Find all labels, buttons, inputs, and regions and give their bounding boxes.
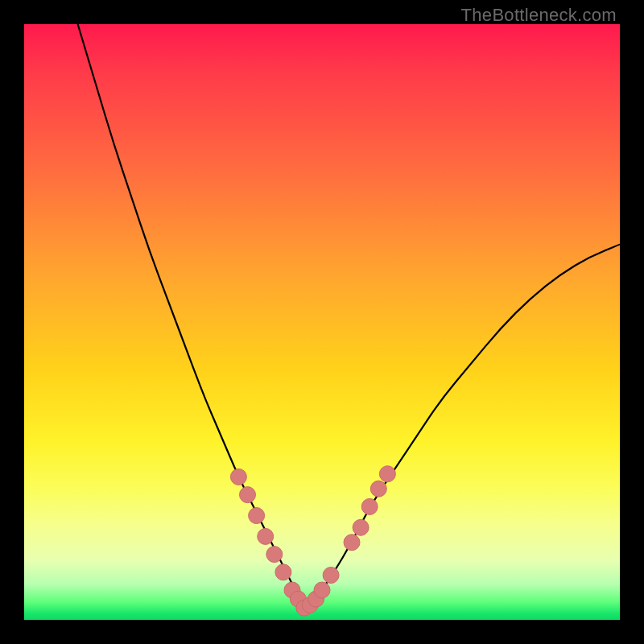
marker-dot (353, 519, 369, 535)
marker-dot (230, 469, 246, 485)
curve-layer (24, 24, 620, 620)
chart-frame: TheBottleneck.com (0, 0, 644, 644)
plot-area (24, 24, 620, 620)
marker-dot (361, 498, 378, 514)
marker-dot (379, 466, 395, 482)
marker-dot (323, 568, 339, 584)
bottleneck-curve (78, 24, 620, 606)
highlight-markers (230, 466, 395, 617)
marker-dot (275, 564, 291, 580)
marker-dot (240, 487, 256, 503)
marker-dot (370, 481, 386, 497)
marker-dot (258, 528, 274, 544)
marker-dot (249, 508, 265, 524)
watermark-text: TheBottleneck.com (461, 5, 617, 26)
marker-dot (344, 535, 360, 551)
marker-dot (266, 547, 283, 563)
marker-dot (314, 582, 330, 598)
